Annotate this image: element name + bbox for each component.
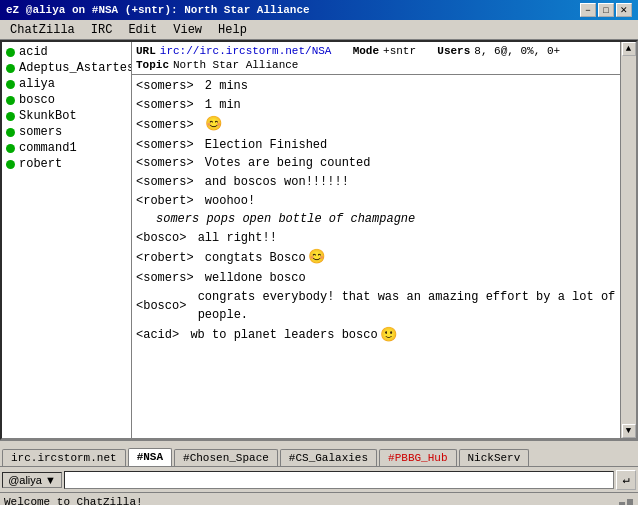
users-value: 8, 6@, 0%, 0+ xyxy=(474,45,560,57)
user-online-dot xyxy=(6,80,15,89)
user-item[interactable]: command1 xyxy=(4,140,129,156)
mode-value: +sntr xyxy=(383,45,416,57)
user-online-dot xyxy=(6,160,15,169)
msg-nick: <somers> xyxy=(136,173,194,192)
menu-view[interactable]: View xyxy=(165,21,210,39)
url-label: URL xyxy=(136,45,156,57)
msg-text: all right!! xyxy=(198,229,277,248)
tab-irc.ircstorm.net[interactable]: irc.ircstorm.net xyxy=(2,449,126,466)
status-text: Welcome to ChatZilla! xyxy=(4,496,143,506)
msg-text: wb to planet leaders bosco xyxy=(190,326,377,345)
user-item[interactable]: acid xyxy=(4,44,129,60)
topic-label: Topic xyxy=(136,59,169,71)
tab-chosen_space[interactable]: #Chosen_Space xyxy=(174,449,278,466)
user-item[interactable]: robert xyxy=(4,156,129,172)
user-list: acidAdeptus_AstartesaliyaboscoSkunkBotso… xyxy=(2,42,132,438)
tab-cs_galaxies[interactable]: #CS_Galaxies xyxy=(280,449,377,466)
mode-label: Mode xyxy=(353,45,379,57)
user-online-dot xyxy=(6,128,15,137)
chat-header: URL irc://irc.ircstorm.net/NSA Mode +snt… xyxy=(132,42,620,75)
msg-nick: <somers> xyxy=(136,136,194,155)
tab-nickserv[interactable]: NickServ xyxy=(459,449,530,466)
msg-text: 2 mins xyxy=(205,77,248,96)
input-bar: @aliya ▼ ↵ xyxy=(0,466,638,492)
msg-nick: <bosco> xyxy=(136,297,186,316)
msg-text: woohoo! xyxy=(205,192,255,211)
msg-nick: <somers> xyxy=(136,77,194,96)
svg-rect-1 xyxy=(627,499,633,506)
message-line: <somers> Election Finished xyxy=(136,136,616,155)
menu-bar: ChatZilla IRC Edit View Help xyxy=(0,20,638,40)
user-online-dot xyxy=(6,48,15,57)
tab-bar: irc.ircstorm.net#NSA#Chosen_Space#CS_Gal… xyxy=(0,440,638,466)
users-label: Users xyxy=(437,45,470,57)
msg-nick: <acid> xyxy=(136,326,179,345)
menu-chatzilla[interactable]: ChatZilla xyxy=(2,21,83,39)
url-line: URL irc://irc.ircstorm.net/NSA Mode +snt… xyxy=(136,45,616,57)
user-name: command1 xyxy=(19,141,77,155)
msg-text: 1 min xyxy=(205,96,241,115)
message-line: somers pops open bottle of champagne xyxy=(136,210,616,229)
menu-edit[interactable]: Edit xyxy=(120,21,165,39)
user-name: bosco xyxy=(19,93,55,107)
user-item[interactable]: SkunkBot xyxy=(4,108,129,124)
send-icon[interactable]: ↵ xyxy=(616,470,636,490)
user-name: aliya xyxy=(19,77,55,91)
msg-emoji: 🙂 xyxy=(380,325,397,347)
message-line: <robert> woohoo! xyxy=(136,192,616,211)
msg-emoji: 😊 xyxy=(308,247,325,269)
msg-nick: <somers> xyxy=(136,116,194,135)
status-bar: Welcome to ChatZilla! xyxy=(0,492,638,505)
status-icon xyxy=(618,494,634,506)
user-name: acid xyxy=(19,45,48,59)
message-line: <somers> 1 min xyxy=(136,96,616,115)
msg-text: congtats Bosco xyxy=(205,249,306,268)
topic-value: North Star Alliance xyxy=(173,59,298,71)
window-title: eZ @aliya on #NSA (+sntr): North Star Al… xyxy=(6,4,310,16)
user-item[interactable]: aliya xyxy=(4,76,129,92)
user-name: Adeptus_Astartes xyxy=(19,61,132,75)
scroll-up-button[interactable]: ▲ xyxy=(622,42,636,56)
msg-nick: <robert> xyxy=(136,192,194,211)
minimize-button[interactable]: − xyxy=(580,3,596,17)
maximize-button[interactable]: □ xyxy=(598,3,614,17)
user-name: somers xyxy=(19,125,62,139)
close-button[interactable]: ✕ xyxy=(616,3,632,17)
user-name: SkunkBot xyxy=(19,109,77,123)
user-online-dot xyxy=(6,64,15,73)
nick-selector[interactable]: @aliya ▼ xyxy=(2,472,62,488)
user-online-dot xyxy=(6,96,15,105)
msg-nick: <somers> xyxy=(136,154,194,173)
message-line: <somers> 😊 xyxy=(136,114,616,136)
menu-irc[interactable]: IRC xyxy=(83,21,121,39)
menu-help[interactable]: Help xyxy=(210,21,255,39)
chat-messages[interactable]: <somers> 2 mins<somers> 1 min<somers> 😊<… xyxy=(132,75,620,438)
user-item[interactable]: bosco xyxy=(4,92,129,108)
message-line: <bosco> congrats everybody! that was an … xyxy=(136,288,616,325)
message-line: <robert> congtats Bosco 😊 xyxy=(136,247,616,269)
msg-emoji: 😊 xyxy=(205,114,222,136)
main-container: acidAdeptus_AstartesaliyaboscoSkunkBotso… xyxy=(0,40,638,440)
message-line: <somers> Votes are being counted xyxy=(136,154,616,173)
user-online-dot xyxy=(6,144,15,153)
msg-text: welldone bosco xyxy=(205,269,306,288)
message-line: <acid> wb to planet leaders bosco 🙂 xyxy=(136,325,616,347)
msg-nick: <bosco> xyxy=(136,229,186,248)
scrollbar[interactable]: ▲ ▼ xyxy=(620,42,636,438)
message-input[interactable] xyxy=(64,471,614,489)
user-item[interactable]: Adeptus_Astartes xyxy=(4,60,129,76)
msg-nick: <somers> xyxy=(136,269,194,288)
scroll-down-button[interactable]: ▼ xyxy=(622,424,636,438)
msg-text: congrats everybody! that was an amazing … xyxy=(198,288,616,325)
tab-nsa[interactable]: #NSA xyxy=(128,448,172,466)
user-item[interactable]: somers xyxy=(4,124,129,140)
tab-pbbg_hub[interactable]: #PBBG_Hub xyxy=(379,449,456,466)
message-line: <somers> and boscos won!!!!!! xyxy=(136,173,616,192)
topic-line: Topic North Star Alliance xyxy=(136,59,616,71)
msg-text: Votes are being counted xyxy=(205,154,371,173)
message-line: <somers> 2 mins xyxy=(136,77,616,96)
user-name: robert xyxy=(19,157,62,171)
user-online-dot xyxy=(6,112,15,121)
msg-nick: <robert> xyxy=(136,249,194,268)
svg-rect-0 xyxy=(619,502,625,506)
